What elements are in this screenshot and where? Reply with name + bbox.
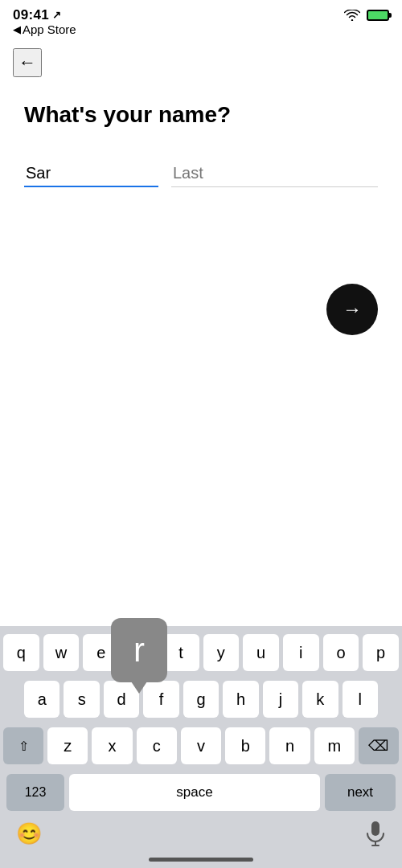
key-f[interactable]: f: [143, 681, 178, 718]
keyboard-row-2: a s d f g h j k l: [3, 681, 399, 718]
space-key[interactable]: space: [69, 774, 320, 811]
status-right: [344, 8, 389, 21]
keyboard-bottom-row: 123 space next: [3, 774, 399, 817]
popup-key-label: r: [133, 631, 145, 669]
key-b[interactable]: b: [225, 727, 265, 764]
key-v[interactable]: v: [181, 727, 221, 764]
numbers-key[interactable]: 123: [6, 774, 64, 811]
status-left: 09:41 ↗ ◀ App Store: [13, 8, 76, 35]
key-h[interactable]: h: [223, 681, 258, 718]
keyboard-row-1: q w e r t y u i o p: [3, 634, 399, 671]
app-store-label: App Store: [23, 23, 76, 35]
app-store-nav[interactable]: ◀ App Store: [13, 23, 76, 35]
key-j[interactable]: j: [263, 681, 298, 718]
key-c[interactable]: c: [137, 727, 177, 764]
emoji-button[interactable]: 😊: [16, 821, 42, 846]
key-t[interactable]: t: [163, 634, 199, 671]
first-name-input[interactable]: [24, 161, 158, 187]
popup-key-r: r: [111, 618, 167, 682]
key-y[interactable]: y: [203, 634, 240, 671]
next-button[interactable]: →: [326, 284, 378, 335]
keyboard-rows: q w e r t y u i o p a s d f g h j k l ⇧ …: [0, 626, 402, 817]
home-indicator-area: [0, 858, 402, 868]
time-label: 09:41: [13, 8, 49, 22]
svg-rect-0: [371, 821, 379, 836]
last-name-input[interactable]: [171, 161, 378, 187]
key-o[interactable]: o: [323, 634, 359, 671]
numbers-label: 123: [25, 785, 47, 800]
back-chevron-icon: ◀: [13, 24, 21, 35]
key-n[interactable]: n: [269, 727, 310, 764]
keyboard-row-3: ⇧ z x c v b n m ⌫: [3, 727, 399, 764]
back-arrow-icon: ←: [18, 52, 36, 73]
main-content: What's your name?: [0, 85, 402, 187]
first-name-container: [24, 161, 158, 187]
signal-arrow-icon: ↗: [52, 10, 61, 20]
key-w[interactable]: w: [43, 634, 80, 671]
kb-emoji-row: 😊: [0, 817, 402, 854]
key-q[interactable]: q: [3, 634, 39, 671]
key-m[interactable]: m: [314, 727, 355, 764]
back-nav: ←: [0, 40, 402, 85]
next-label: next: [347, 784, 373, 800]
key-x[interactable]: x: [92, 727, 132, 764]
space-label: space: [176, 784, 212, 800]
wifi-icon: [344, 10, 360, 21]
mic-button[interactable]: [365, 821, 386, 846]
back-button[interactable]: ←: [13, 48, 42, 77]
mic-icon: [365, 821, 386, 846]
key-s[interactable]: s: [64, 681, 99, 718]
popup-key-bubble: r: [111, 618, 167, 682]
key-u[interactable]: u: [243, 634, 279, 671]
next-key[interactable]: next: [325, 774, 396, 811]
key-a[interactable]: a: [24, 681, 59, 718]
name-input-row: [24, 161, 378, 187]
delete-key[interactable]: ⌫: [359, 727, 399, 764]
key-i[interactable]: i: [283, 634, 319, 671]
next-button-area: →: [0, 284, 402, 335]
next-arrow-icon: →: [343, 298, 362, 321]
keyboard-area: r q w e r t y u i o p a s d f g h j k l: [0, 626, 402, 868]
question-title: What's your name?: [24, 101, 378, 129]
status-bar: 09:41 ↗ ◀ App Store: [0, 0, 402, 40]
key-l[interactable]: l: [343, 681, 378, 718]
status-time: 09:41 ↗: [13, 8, 76, 22]
key-z[interactable]: z: [47, 727, 88, 764]
key-p[interactable]: p: [363, 634, 399, 671]
shift-key[interactable]: ⇧: [3, 727, 43, 764]
key-k[interactable]: k: [302, 681, 338, 718]
battery-icon: [367, 10, 389, 21]
key-g[interactable]: g: [183, 681, 219, 718]
emoji-icon: 😊: [16, 821, 42, 846]
home-indicator: [149, 858, 253, 862]
